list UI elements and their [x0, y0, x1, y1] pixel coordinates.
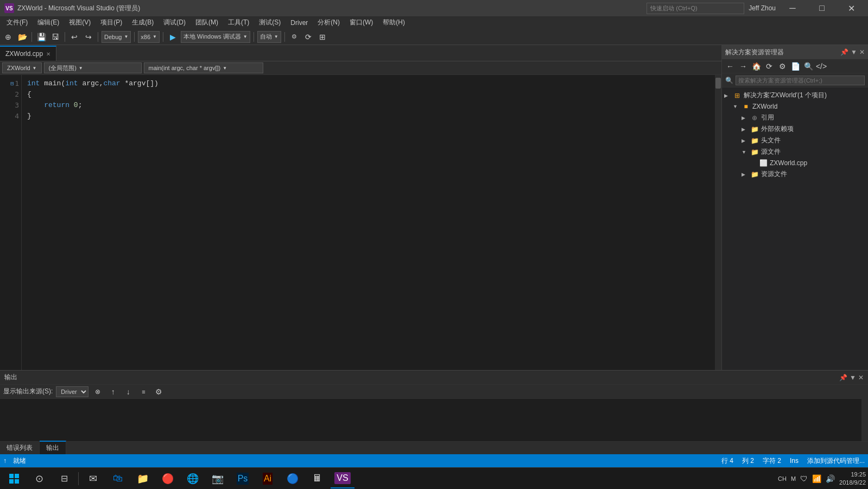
tab-error-list[interactable]: 错误列表	[0, 442, 40, 454]
toolbar-sep-2	[65, 32, 65, 42]
menu-debug[interactable]: 调试(D)	[159, 17, 190, 28]
tree-item-project[interactable]: ▼ ■ ZXWorld	[722, 101, 868, 112]
camera-app-btn[interactable]: 📷	[206, 469, 230, 488]
output-settings-btn[interactable]: ⚙	[153, 386, 164, 398]
output-scrollbar[interactable]	[861, 385, 868, 441]
menu-analyze[interactable]: 分析(N)	[313, 17, 344, 28]
taskview-btn[interactable]: ⊟	[52, 469, 76, 488]
se-back-btn[interactable]: ←	[724, 60, 736, 72]
calc-app-btn[interactable]: 🖩	[306, 469, 330, 488]
tree-item-resources[interactable]: ▶ 📁 资源文件	[722, 168, 868, 180]
tab-output[interactable]: 输出	[40, 441, 66, 454]
360-app-btn[interactable]: 🔴	[156, 469, 180, 488]
search-box[interactable]: 快速启动 (Ctrl+Q)	[647, 3, 744, 14]
config-dropdown[interactable]: Debug ▼	[102, 31, 131, 43]
tree-item-headers[interactable]: ▶ 📁 头文件	[722, 135, 868, 146]
code-content[interactable]: int main(int argc,char *argv[]) { return…	[22, 75, 715, 370]
se-pin-icon[interactable]: 📌	[840, 48, 848, 56]
se-search: 🔍	[722, 73, 868, 87]
tree-item-sources[interactable]: ▼ 📁 源文件	[722, 146, 868, 158]
search-app-btn[interactable]: ⊙	[27, 469, 51, 488]
se-menu-icon[interactable]: ▼	[851, 48, 857, 56]
statusbar-add-to-source[interactable]: 添加到源代码管理...	[807, 456, 865, 466]
se-refresh-btn[interactable]: ⟳	[763, 60, 775, 72]
output-source-select[interactable]: Driver	[56, 386, 88, 397]
toolbar-open-btn[interactable]: 📂	[16, 31, 28, 43]
code-editor[interactable]: ⊟ 1 2 3 4 int ma	[0, 75, 721, 370]
toolbar-extra-btn3[interactable]: ⊞	[316, 31, 328, 43]
vs-app-btn[interactable]: VS	[331, 469, 354, 488]
line-num-4: 4	[0, 111, 19, 122]
toolbar-undo-btn[interactable]: ↩	[68, 31, 80, 43]
se-forward-btn[interactable]: →	[737, 60, 749, 72]
menu-team[interactable]: 团队(M)	[191, 17, 223, 28]
attach-dropdown[interactable]: 自动 ▼	[257, 31, 281, 43]
se-code-icon[interactable]: </>	[815, 60, 827, 72]
tray-lang[interactable]: CH	[778, 475, 787, 482]
tab-zxworld-cpp[interactable]: ZXWorld.cpp ✕	[0, 46, 56, 61]
menu-project[interactable]: 项目(P)	[96, 17, 126, 28]
function-dropdown[interactable]: main(int argc, char * argv[]) ▼	[144, 62, 263, 73]
menu-build[interactable]: 生成(B)	[128, 17, 158, 28]
platform-dropdown[interactable]: x86 ▼	[138, 31, 160, 43]
toolbar-extra-btn2[interactable]: ⟳	[302, 31, 314, 43]
editor-vertical-scrollbar[interactable]	[715, 75, 721, 370]
tree-item-references[interactable]: ▶ ⊕ 引用	[722, 112, 868, 123]
toolbar-redo-btn[interactable]: ↪	[83, 31, 94, 43]
tree-item-solution[interactable]: ▶ ⊞ 解决方案'ZXWorld'(1 个项目)	[722, 90, 868, 101]
mail-icon: ✉	[89, 473, 97, 485]
menu-tools[interactable]: 工具(T)	[224, 17, 254, 28]
tree-item-external-deps[interactable]: ▶ 📁 外部依赖项	[722, 123, 868, 135]
close-tab-icon[interactable]: ✕	[46, 51, 50, 57]
start-button[interactable]	[2, 469, 26, 488]
clock[interactable]: 19:25 2018/9/22	[839, 471, 866, 486]
output-down-btn[interactable]: ↓	[122, 386, 134, 398]
output-area: 输出 📌 ▼ ✕ 显示输出来源(S): Driver ⊗ ↑ ↓ ≡ ⚙	[0, 370, 868, 454]
toolbar-new-btn[interactable]: ⊕	[2, 31, 14, 43]
output-wrap-btn[interactable]: ≡	[137, 386, 149, 398]
ps-app-btn[interactable]: Ps	[231, 469, 255, 488]
se-filter-btn[interactable]: 🔍	[802, 60, 814, 72]
output-close-icon[interactable]: ✕	[858, 374, 864, 381]
se-close-icon[interactable]: ✕	[859, 48, 865, 56]
edge-app-btn[interactable]: 🌐	[181, 469, 205, 488]
se-search-input[interactable]	[736, 76, 865, 85]
menu-window[interactable]: 窗口(W)	[345, 17, 377, 28]
files-app-btn[interactable]: 📁	[131, 469, 155, 488]
se-home-btn[interactable]: 🏠	[750, 60, 762, 72]
run-dropdown[interactable]: 本地 Windows 调试器 ▼	[181, 31, 250, 43]
menu-file[interactable]: 文件(F)	[2, 17, 32, 28]
maximize-button[interactable]: □	[809, 0, 834, 16]
menu-driver[interactable]: Driver	[286, 18, 312, 28]
menu-edit[interactable]: 编辑(E)	[33, 17, 64, 28]
clock-date: 2018/9/22	[839, 479, 866, 486]
output-menu-icon[interactable]: ▼	[850, 374, 856, 381]
tray-antivirus-icon[interactable]: 🛡	[800, 474, 808, 483]
menu-help[interactable]: 帮助(H)	[378, 17, 409, 28]
output-pin-icon[interactable]: 📌	[839, 374, 847, 381]
tree-item-zxworld-cpp[interactable]: ⬜ ZXWorld.cpp	[722, 158, 868, 168]
menu-test[interactable]: 测试(S)	[255, 17, 285, 28]
toolbar-save-all-btn[interactable]: 🖫	[49, 31, 61, 43]
tray-ime[interactable]: M	[791, 475, 796, 482]
se-settings-btn[interactable]: ⚙	[776, 60, 788, 72]
output-up-btn[interactable]: ↑	[107, 386, 119, 398]
store-app-btn[interactable]: 🛍	[106, 469, 130, 488]
scope-dropdown[interactable]: (全局范围) ▼	[44, 62, 142, 73]
run-btn[interactable]: ▶	[167, 31, 179, 43]
ai-app-btn[interactable]: Ai	[256, 469, 280, 488]
file-nav-dropdown[interactable]: ZXWorld ▼	[2, 62, 42, 73]
se-showfiles-btn[interactable]: 📄	[789, 60, 801, 72]
menu-view[interactable]: 视图(V)	[65, 17, 95, 28]
mail-app-btn[interactable]: ✉	[81, 469, 105, 488]
close-button[interactable]: ✕	[839, 0, 864, 16]
tray-volume-icon[interactable]: 🔊	[826, 474, 835, 483]
scroll-thumb[interactable]	[715, 78, 721, 89]
tray-network-icon[interactable]: 📶	[812, 474, 821, 483]
platform-label: x86	[141, 34, 150, 40]
toolbar-save-btn[interactable]: 💾	[35, 31, 47, 43]
toolbar-extra-btn1[interactable]: ⚙	[288, 31, 300, 43]
output-clear-btn[interactable]: ⊗	[92, 386, 104, 398]
chrome-app-btn[interactable]: 🔵	[281, 469, 305, 488]
minimize-button[interactable]: ─	[780, 0, 805, 16]
